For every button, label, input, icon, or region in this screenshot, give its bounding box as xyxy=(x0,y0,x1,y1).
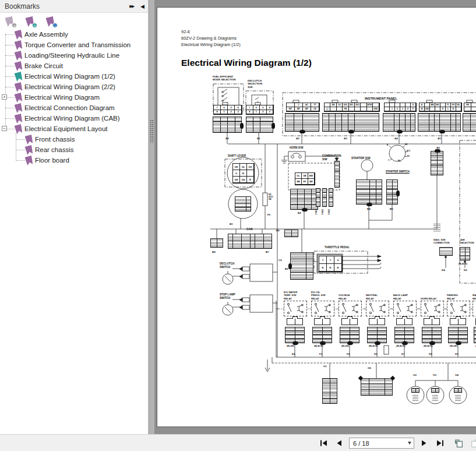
relay-name-label: NEUTRAL RELAY xyxy=(366,290,393,300)
bookmark-item[interactable]: Electrical Connection Diagram xyxy=(0,103,148,113)
previous-view-button[interactable] xyxy=(453,438,465,449)
code-exb3: EXB-3 xyxy=(327,209,329,214)
bookmark-item-label: Electrical Wiring Diagram (1/2) xyxy=(24,73,115,80)
bookmark-ribbon-icon xyxy=(14,61,23,71)
bookmark-item-label: Floor board xyxy=(35,157,69,164)
bookmark-item[interactable]: Loading/Steering Hydraulic Line xyxy=(0,50,148,61)
connector-grid xyxy=(463,113,476,132)
code-a5: A5 xyxy=(438,137,441,140)
collapse-minus-box[interactable]: − xyxy=(2,126,7,131)
relay-circuit-icon xyxy=(447,301,470,316)
connector-grid xyxy=(228,234,272,249)
micro-text xyxy=(455,394,461,401)
throttle-grid: YYGRRR xyxy=(319,256,343,272)
connector-grid xyxy=(460,247,470,260)
code-g1: G1 xyxy=(323,365,327,368)
bookmark-item[interactable]: Rear chassis xyxy=(0,145,148,155)
terminal-c: C xyxy=(388,160,389,162)
previous-page-button[interactable] xyxy=(333,438,345,449)
code-exb2: EXB-2 xyxy=(320,209,323,214)
relay-wire-color: (BLUE) xyxy=(341,345,349,347)
bookmark-item[interactable]: Floor board xyxy=(0,155,148,165)
stop-lamp-switch-label: STOP LAMP SWITCH xyxy=(220,293,235,300)
wiring-diagram: FUEL EFFICIENT MODE SELECTIONDECLUTCH SE… xyxy=(157,8,476,427)
next-page-button[interactable] xyxy=(418,438,430,449)
declutch-switch-label: DECLUTCH SWITCH xyxy=(220,262,234,269)
first-page-button[interactable] xyxy=(318,438,329,449)
expand-plus-box[interactable]: + xyxy=(2,94,7,100)
code-b1: B1 xyxy=(230,223,233,225)
delete-bookmark-icon[interactable]: × xyxy=(6,17,15,27)
relay-wire-color: (BLACK) xyxy=(424,345,433,347)
connector-grid xyxy=(284,230,298,237)
relay-circuit-box xyxy=(284,301,307,316)
starter-switch-label: STARTER SWITCH xyxy=(386,170,410,174)
bookmark-ribbon-icon xyxy=(14,124,23,133)
goto-bookmark-icon[interactable]: → xyxy=(47,17,55,27)
bookmark-ribbon-icon xyxy=(14,50,23,60)
shift-lever-grid: GRGLGHGBGRGNR xyxy=(232,163,255,184)
bookmark-ribbon-icon xyxy=(14,40,23,50)
bookmark-item-label: Electrical Wiring Diagram xyxy=(24,94,100,101)
code-a1: A1 xyxy=(257,137,260,140)
code-b4: B4 xyxy=(367,207,371,210)
connector-grid xyxy=(285,327,305,343)
bookmark-item-label: Brake Circuit xyxy=(24,62,63,69)
relay-connector-code: F4 xyxy=(347,353,350,355)
page-dropdown-caret[interactable] xyxy=(408,442,411,445)
relay-circuit-icon xyxy=(339,301,361,316)
bookmark-item[interactable]: Torque Converter and Transmission xyxy=(0,40,148,50)
document-viewport[interactable]: 92-6 60ZV-2 Drawing & Diagrams Electrica… xyxy=(154,0,476,434)
next-view-button[interactable] xyxy=(469,438,476,449)
bookmark-ribbon-icon xyxy=(14,113,23,123)
connector-grid xyxy=(422,327,442,343)
black-diag-label: (BLACK) xyxy=(459,263,467,265)
previous-page-icon xyxy=(336,440,342,446)
bookmark-item-label: Axle Assembly xyxy=(24,31,68,38)
panel-strip-2: -EBOOES2ES1ES3WTM(-)FMGND xyxy=(324,103,380,112)
relay-circuit-icon xyxy=(284,301,306,316)
code-f0: F0 xyxy=(267,213,270,216)
micro-text xyxy=(433,223,440,231)
fuel-pins: 76548123 xyxy=(213,105,242,115)
relay-plug xyxy=(424,318,440,325)
bookmark-item[interactable]: Front chassis xyxy=(0,134,148,145)
last-page-button[interactable] xyxy=(434,438,446,449)
relay-plug xyxy=(287,318,303,325)
bookmark-item[interactable]: Electrical Wiring Diagram + xyxy=(0,92,148,103)
bookmark-item[interactable]: Brake Circuit xyxy=(0,61,148,71)
bookmark-item[interactable]: Axle Assembly xyxy=(0,29,148,40)
connector-grid xyxy=(431,151,443,175)
relay-plug xyxy=(369,318,385,325)
panel-strip-3: -S1234P xyxy=(384,103,417,112)
code-b9: B9 xyxy=(285,267,288,270)
terminal-br: BR xyxy=(405,144,407,146)
page-number-input[interactable]: 6 / 18 xyxy=(349,438,414,449)
code-a0: A0 xyxy=(225,137,229,140)
am-selection-label: A/M SELECTION xyxy=(460,238,474,244)
bookmarks-header: Bookmarks ▶▶ ◀ xyxy=(0,0,148,13)
terminal-b: B xyxy=(387,145,388,147)
code-g6: G6 xyxy=(368,367,371,369)
panel-splitter[interactable] xyxy=(149,0,154,434)
connector-grid xyxy=(285,113,319,132)
bookmark-item[interactable]: Electrical Wiring Diagram (CAB) xyxy=(0,113,148,124)
throttle-pedal-label: THROTTLE PEDAL xyxy=(325,246,350,249)
code-g3: G3 xyxy=(433,374,436,376)
relay-unit: BACK LAMP RELAY (BLACK) D7 xyxy=(393,290,420,358)
relay-connector-code: E4 xyxy=(292,353,295,355)
panel-options-icon[interactable]: ▶▶ xyxy=(126,4,137,9)
declutch-pins: 76548123 xyxy=(246,105,274,115)
bookmark-item[interactable]: Electrical Wiring Diagram (1/2) xyxy=(0,71,148,82)
code-g4: G4 xyxy=(455,374,459,376)
bookmark-item[interactable]: Electrical Equipment Layout − xyxy=(0,124,148,134)
connector-grid xyxy=(340,327,359,343)
collapse-panel-icon[interactable]: ◀ xyxy=(137,3,148,9)
splitter-handle-icon[interactable] xyxy=(150,119,154,143)
relay-name-label: BACK LAMP RELAY xyxy=(393,290,420,300)
tree-leader-line xyxy=(5,76,15,77)
relay-connector-code: D8 xyxy=(429,353,432,355)
bookmark-item[interactable]: Electrical Wiring Diagram (2/2) xyxy=(0,82,148,92)
new-bookmark-icon[interactable]: + xyxy=(26,17,35,27)
starter-sw-label: STARTER S/W xyxy=(351,157,371,160)
